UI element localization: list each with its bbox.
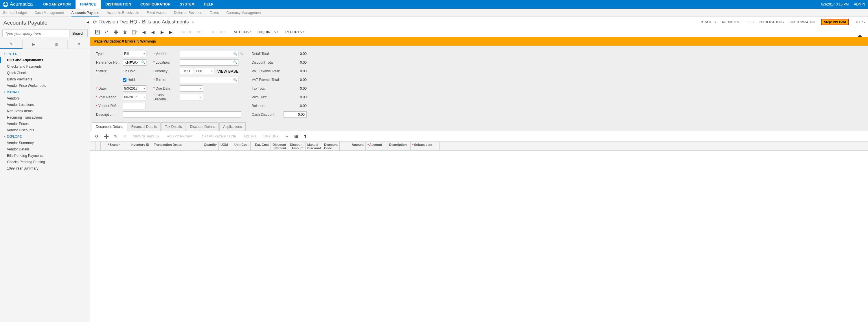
add-po-button[interactable]: ADD PO: [241, 133, 259, 139]
grid-col-ext.-cost[interactable]: Ext. Cost: [251, 142, 271, 151]
prerelease-button[interactable]: PRE-RELEASE: [177, 29, 207, 35]
release-button[interactable]: RELEASE: [208, 29, 229, 35]
tree-item-batch-payments[interactable]: Batch Payments: [0, 76, 90, 83]
cash-discount-input[interactable]: [283, 111, 307, 118]
grid-col-unit-cost[interactable]: Unit Cost: [230, 142, 251, 151]
tree-item-checks-pending-printing[interactable]: Checks Pending Printing: [0, 159, 90, 165]
rate-select[interactable]: 1.00▾: [194, 68, 214, 74]
view-schedule-button[interactable]: VIEW SCHEDULE: [130, 133, 162, 139]
due-date-input[interactable]: ▾: [180, 85, 203, 92]
search-icon[interactable]: 🔍: [232, 51, 239, 57]
tree-item-vendor-locations[interactable]: Vendor Locations: [0, 101, 90, 108]
grid-col-branch[interactable]: Branch: [106, 142, 129, 151]
activities-action[interactable]: ACTIVITIES: [722, 20, 739, 24]
sub-tab-taxes[interactable]: Taxes: [210, 9, 219, 17]
grid-col-icon[interactable]: [95, 142, 101, 151]
customization-action[interactable]: CUSTOMIZATION: [789, 20, 816, 24]
user[interactable]: ADMIN: [854, 2, 865, 6]
tree-item-recurring-transactions[interactable]: Recurring Transactions: [0, 114, 90, 121]
post-period-input[interactable]: 08-2017▾: [123, 94, 146, 100]
tree-item-bills-pending-payments[interactable]: Bills Pending Payments: [0, 153, 90, 159]
undo-icon[interactable]: ↶: [102, 28, 111, 36]
inquiries-button[interactable]: INQUIRIES ▾: [255, 29, 281, 35]
search-icon[interactable]: 🔍: [232, 77, 239, 83]
play-mode-icon[interactable]: ▶: [23, 40, 45, 49]
sidebar-collapse-button[interactable]: ◀: [85, 19, 90, 25]
grid-refresh-icon[interactable]: ⟳: [93, 133, 101, 140]
grid-col-discount-amount[interactable]: Discount Amount: [288, 142, 306, 151]
type-select[interactable]: Bill▾: [123, 51, 146, 57]
grid-col-amount[interactable]: Amount: [340, 142, 366, 151]
grid-col-quantity[interactable]: Quantity: [202, 142, 219, 151]
fit-columns-icon[interactable]: ↔: [283, 133, 290, 140]
tab-document-details[interactable]: Document Details: [92, 122, 127, 131]
sub-tab-cash-management[interactable]: Cash Management: [34, 9, 64, 17]
grid-col-icon[interactable]: [90, 142, 95, 151]
grid-col-description[interactable]: Description: [388, 142, 410, 151]
chart-mode-icon[interactable]: ▥: [45, 40, 68, 49]
reference-lookup[interactable]: 🔍: [123, 59, 146, 66]
upload-icon[interactable]: ⬆: [302, 133, 309, 140]
tree-item-1099-year-summary[interactable]: 1099 Year Summary: [0, 165, 90, 171]
tree-item-vendor-summary[interactable]: Vendor Summary: [0, 140, 90, 146]
clipboard-icon[interactable]: 📋▾: [130, 28, 138, 36]
files-action[interactable]: FILES: [745, 20, 754, 24]
tree-section-enter[interactable]: ENTER: [0, 51, 90, 57]
prev-icon[interactable]: ◀: [149, 28, 157, 36]
main-tab-configuration[interactable]: CONFIGURATION: [136, 0, 175, 9]
grid-add-icon[interactable]: ➕: [102, 133, 110, 140]
actions-button[interactable]: ACTIONS ▾: [230, 29, 254, 35]
date-input[interactable]: 8/3/2017▾: [123, 85, 146, 92]
tree-item-quick-checks[interactable]: Quick Checks: [0, 70, 90, 76]
grid-col-subaccount[interactable]: Subaccount: [410, 142, 439, 151]
grid-col-account[interactable]: Account: [366, 142, 388, 151]
save-icon[interactable]: 💾: [93, 28, 101, 36]
tree-item-bills-and-adjustments[interactable]: Bills and Adjustments: [0, 57, 90, 63]
tree-item-vendor-discounts[interactable]: Vendor Discounts: [0, 127, 90, 133]
refresh-icon[interactable]: ⟳: [93, 20, 97, 25]
grid-body[interactable]: [90, 151, 868, 322]
link-line-button[interactable]: LINK LINE: [260, 133, 281, 139]
grid-col-transaction-descr.[interactable]: Transaction Descr.: [152, 142, 202, 151]
tree-item-non-stock-items[interactable]: Non-Stock Items: [0, 108, 90, 114]
sub-tab-accounts-receivable[interactable]: Accounts Receivable: [107, 9, 139, 17]
tree-item-vendor-price-worksheets[interactable]: Vendor Price Worksheets: [0, 83, 90, 89]
tab-applications[interactable]: Applications: [219, 122, 246, 131]
main-tab-help[interactable]: HELP: [199, 0, 218, 9]
tab-financial-details[interactable]: Financial Details: [128, 122, 161, 131]
add-po-receipt-button[interactable]: ADD PO RECEIPT: [164, 133, 197, 139]
sub-tab-general-ledger[interactable]: General Ledger: [3, 9, 27, 17]
notifications-action[interactable]: NOTIFICATIONS: [760, 20, 784, 24]
tree-section-explore[interactable]: EXPLORE: [0, 133, 90, 140]
export-icon[interactable]: ▦: [292, 133, 300, 140]
main-tab-system[interactable]: SYSTEM: [175, 0, 199, 9]
vendor-ref-input[interactable]: [123, 103, 146, 109]
delete-icon[interactable]: 🗑: [121, 28, 129, 36]
currency-value[interactable]: USD: [180, 68, 193, 74]
sub-tab-accounts-payable[interactable]: Accounts Payable: [71, 9, 99, 17]
sub-tab-currency-management[interactable]: Currency Management: [226, 9, 261, 17]
reports-button[interactable]: REPORTS ▾: [282, 29, 307, 35]
sub-tab-fixed-assets[interactable]: Fixed Assets: [147, 9, 166, 17]
add-icon[interactable]: ➕: [112, 28, 120, 36]
settings-mode-icon[interactable]: ⚙: [68, 40, 90, 49]
add-po-receipt-line-button[interactable]: ADD PO RECEIPT LINE: [198, 133, 239, 139]
grid-col-inventory-id[interactable]: Inventory ID: [129, 142, 152, 151]
hold-checkbox[interactable]: Hold: [123, 78, 135, 82]
grid-delete-icon[interactable]: ✕: [121, 133, 128, 140]
view-base-button[interactable]: VIEW BASE: [215, 68, 241, 74]
app-logo[interactable]: Acumatica: [3, 1, 33, 7]
vendor-input[interactable]: [180, 51, 232, 57]
main-tab-organization[interactable]: ORGANIZATION: [38, 0, 75, 9]
last-icon[interactable]: ▶|: [167, 28, 175, 36]
favorite-star-icon[interactable]: ★: [191, 20, 195, 25]
tree-item-checks-and-payments[interactable]: Checks and Payments: [0, 63, 90, 70]
notes-action[interactable]: 🗎 NOTES: [701, 20, 716, 24]
tree-item-vendors[interactable]: Vendors: [0, 95, 90, 101]
main-tab-finance[interactable]: FINANCE: [75, 0, 101, 9]
step-badge[interactable]: Step: INV Hold: [822, 19, 848, 25]
edit-mode-icon[interactable]: ✎: [0, 40, 23, 49]
grid-col-uom[interactable]: UOM: [219, 142, 230, 151]
terms-input[interactable]: [180, 77, 232, 83]
collapse-validation-icon[interactable]: [858, 35, 862, 37]
